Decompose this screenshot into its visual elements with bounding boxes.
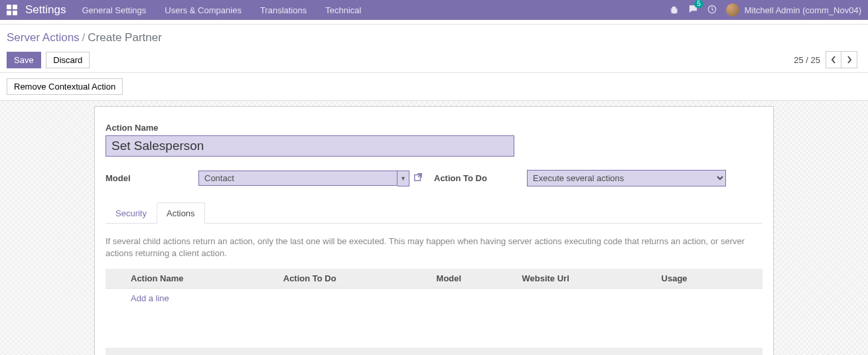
menu-technical[interactable]: Technical: [325, 5, 361, 15]
app-title[interactable]: Settings: [25, 3, 66, 17]
messages-icon[interactable]: 5: [688, 4, 698, 16]
control-panel: Server Actions/Create Partner Save Disca…: [0, 25, 868, 73]
user-menu[interactable]: Mitchell Admin (comm_Nov04): [726, 3, 861, 17]
navbar: Settings General Settings Users & Compan…: [0, 0, 868, 20]
pager-text: 25 / 25: [794, 55, 820, 65]
breadcrumb: Server Actions/Create Partner: [7, 31, 857, 44]
clock-icon[interactable]: [707, 5, 717, 16]
add-a-line-link[interactable]: Add a line: [131, 293, 169, 303]
cp-buttons: Save Discard: [7, 52, 90, 68]
th-usage[interactable]: Usage: [656, 269, 744, 289]
breadcrumb-parent[interactable]: Server Actions: [7, 31, 80, 44]
breadcrumb-current: Create Partner: [88, 31, 162, 44]
tabs: Security Actions: [106, 202, 762, 224]
th-website-url[interactable]: Website Url: [516, 269, 656, 289]
save-button[interactable]: Save: [7, 52, 41, 68]
remove-contextual-action-button[interactable]: Remove Contextual Action: [7, 78, 123, 95]
bottom-bar: [106, 348, 762, 355]
menu-translations[interactable]: Translations: [260, 5, 307, 15]
discard-button[interactable]: Discard: [46, 52, 90, 68]
external-link-icon[interactable]: [413, 173, 423, 184]
table-header-row: Action Name Action To Do Model Website U…: [106, 269, 762, 289]
messages-badge: 5: [694, 0, 703, 8]
bug-icon[interactable]: [670, 5, 679, 16]
th-trash: [744, 269, 762, 289]
apps-icon[interactable]: [7, 5, 17, 15]
caret-down-icon: ▼: [400, 175, 406, 182]
chevron-right-icon: [847, 56, 852, 64]
th-action-to-do[interactable]: Action To Do: [278, 269, 431, 289]
action-name-input[interactable]: [106, 135, 514, 157]
action-name-label: Action Name: [106, 123, 762, 133]
pager-next-button[interactable]: [841, 51, 857, 68]
menu-users-companies[interactable]: Users & Companies: [165, 5, 242, 15]
model-label: Model: [106, 173, 198, 183]
form-background: Action Name Model ▼ Action To Do Ex: [0, 101, 868, 355]
child-actions-table: Action Name Action To Do Model Website U…: [106, 269, 762, 308]
menu-general-settings[interactable]: General Settings: [82, 5, 146, 15]
navbar-menu: General Settings Users & Companies Trans…: [82, 5, 361, 15]
pager-prev-button[interactable]: [826, 51, 841, 68]
navbar-right: 5 Mitchell Admin (comm_Nov04): [670, 3, 861, 17]
model-input[interactable]: [198, 171, 398, 186]
tab-security[interactable]: Security: [106, 202, 157, 224]
user-name: Mitchell Admin (comm_Nov04): [745, 5, 861, 15]
pager: 25 / 25: [794, 51, 857, 68]
th-model[interactable]: Model: [431, 269, 517, 289]
tab-actions[interactable]: Actions: [157, 202, 205, 224]
th-handle: [106, 269, 125, 289]
action-to-do-select[interactable]: Execute several actions: [527, 170, 726, 186]
th-action-name[interactable]: Action Name: [125, 269, 278, 289]
action-bar: Remove Contextual Action: [0, 73, 868, 101]
form-sheet: Action Name Model ▼ Action To Do Ex: [94, 106, 774, 355]
avatar: [726, 3, 739, 17]
chevron-left-icon: [831, 56, 836, 64]
tab-help-text: If several child actions return an actio…: [106, 236, 762, 259]
breadcrumb-sep: /: [82, 31, 86, 44]
action-to-do-label: Action To Do: [434, 173, 527, 183]
model-dropdown-button[interactable]: ▼: [398, 171, 409, 186]
second-bar: [0, 20, 868, 25]
table-row: Add a line: [106, 289, 762, 309]
